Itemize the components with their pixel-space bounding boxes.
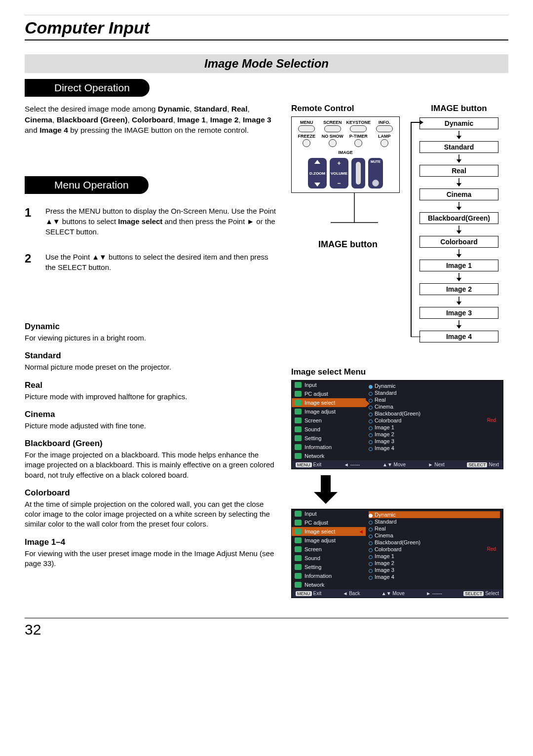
menu-left-item[interactable]: Image adjust (292, 536, 366, 545)
down-arrow-icon (415, 297, 503, 305)
menu-item-icon (295, 529, 302, 534)
mode-description: For the image projected on a blackboard.… (25, 450, 279, 480)
menu-item-icon (295, 555, 302, 561)
menu-left-item[interactable]: Network (292, 580, 366, 589)
image-button[interactable] (351, 158, 365, 189)
menu-left-item-label: Image select (305, 400, 335, 406)
menu-right-item[interactable]: Image 1 (369, 553, 500, 560)
menu-left-item[interactable]: Image adjust (292, 407, 366, 416)
page-title: Computer Input (25, 15, 508, 40)
menu-left-item-label: Image adjust (305, 537, 336, 543)
volume-rocker: + VOLUME – (330, 158, 348, 189)
svg-marker-15 (457, 278, 461, 281)
svg-marker-19 (457, 325, 461, 329)
image-chain-item: Image 3 (419, 307, 498, 319)
menu-left-item[interactable]: PC adjust (292, 389, 366, 398)
remote-button[interactable] (354, 139, 362, 147)
menu-left-item-label: Information (305, 573, 332, 579)
step: 2Use the Point ▲▼ buttons to select the … (25, 252, 279, 272)
mode-description: For viewing pictures in a bright room. (25, 333, 279, 343)
svg-marker-20 (314, 475, 338, 504)
menu-left-item-label: Sound (305, 555, 320, 561)
remote-button-label: FREEZE (294, 134, 320, 139)
step-text: Use the Point ▲▼ buttons to select the d… (45, 252, 279, 272)
mode-title: Real (25, 380, 279, 390)
menu-right-item[interactable]: Standard (369, 389, 500, 396)
menu-left-item-label: Screen (305, 546, 322, 552)
down-arrow-icon (415, 273, 503, 282)
menu-left-item[interactable]: Information (292, 571, 366, 580)
menu-right-item[interactable]: Image 4 (369, 445, 500, 452)
menu-left-item[interactable]: Setting (292, 563, 366, 571)
menu-right-item[interactable]: Blackboard(Green) (369, 410, 500, 417)
menu-left-item-label: Image select (305, 529, 335, 534)
remote-button[interactable] (303, 139, 310, 147)
menu-left-item[interactable]: Image select (292, 398, 366, 407)
menu-right-item[interactable]: ColorboardRed (369, 417, 500, 424)
image-chain-item: Dynamic (419, 117, 498, 129)
image-chain-item: Standard (419, 141, 498, 153)
menu-right-item[interactable]: ColorboardRed (369, 546, 500, 553)
image-select-menu-screenshot-1: InputPC adjustImage selectImage adjustSc… (291, 380, 503, 469)
step: 1Press the MENU button to display the On… (25, 206, 279, 237)
menu-operation-steps: 1Press the MENU button to display the On… (25, 206, 279, 272)
mode-block: ColorboardAt the time of simple projecti… (25, 488, 279, 529)
image-select-menu-screenshot-2: InputPC adjustImage select◄Image adjustS… (291, 509, 503, 598)
dzoom-label: D.ZOOM (309, 171, 325, 176)
mode-block: DynamicFor viewing pictures in a bright … (25, 322, 279, 343)
menu-left-item-label: Screen (305, 417, 322, 423)
menu-right-item[interactable]: Image 3 (369, 567, 500, 573)
menu-right-item[interactable]: Image 2 (369, 431, 500, 438)
menu-right-item[interactable]: Image 3 (369, 438, 500, 445)
remote-button[interactable] (298, 125, 315, 132)
menu-right-item[interactable]: Image 2 (369, 560, 500, 567)
menu-item-icon (295, 537, 302, 543)
down-arrow-icon (415, 178, 503, 187)
menu-item-icon (295, 382, 302, 388)
svg-marker-9 (457, 207, 461, 210)
mode-block: Image 1–4For viewing with the user prese… (25, 537, 279, 569)
menu-left-item[interactable]: Input (292, 509, 366, 518)
remote-button[interactable] (376, 125, 393, 132)
menu-item-icon (295, 582, 302, 588)
menu-left-item-label: Sound (305, 426, 320, 432)
menu-right-item[interactable]: Real (369, 525, 500, 532)
menu-right-item[interactable]: Dynamic (369, 382, 500, 389)
menu-item-icon (295, 409, 302, 415)
menu-left-item[interactable]: Image select◄ (292, 527, 366, 536)
image-chain-item: Image 4 (419, 331, 498, 342)
remote-button[interactable] (350, 125, 367, 132)
image-button-chain-title: IMAGE button (415, 104, 503, 113)
menu-right-item[interactable]: Dynamic (369, 511, 500, 518)
menu-right-item[interactable]: Standard (369, 518, 500, 525)
menu-right-item[interactable]: Image 1 (369, 424, 500, 431)
menu-right-item[interactable]: Real (369, 396, 500, 403)
menu-left-item[interactable]: Information (292, 443, 366, 452)
menu-left-item[interactable]: Sound (292, 554, 366, 563)
mode-title: Cinema (25, 410, 279, 419)
menu-left-item[interactable]: Screen (292, 416, 366, 425)
svg-marker-11 (457, 230, 461, 234)
menu-left-item[interactable]: Input (292, 380, 366, 389)
menu-right-item[interactable]: Blackboard(Green) (369, 539, 500, 546)
menu-left-item[interactable]: Setting (292, 434, 366, 443)
menu-left-item[interactable]: Screen (292, 545, 366, 554)
remote-button[interactable] (329, 139, 337, 147)
menu-right-item[interactable]: Cinema (369, 403, 500, 410)
menu-right-item[interactable]: Image 4 (369, 573, 500, 580)
remote-button[interactable] (324, 125, 341, 132)
mode-block: CinemaPicture mode adjusted with fine to… (25, 410, 279, 431)
image-select-menu-title: Image select Menu (291, 367, 508, 377)
menu-right-item[interactable]: Cinema (369, 532, 500, 539)
direct-operation-paragraph: Select the desired image mode among Dyna… (25, 104, 279, 136)
menu-left-item[interactable]: Sound (292, 425, 366, 434)
menu-left-item[interactable]: Network (292, 452, 366, 460)
remote-button-label: KEYSTONE (345, 120, 372, 125)
remote-button-label: LAMP (372, 134, 398, 139)
menu-item-icon (295, 520, 302, 526)
menu-left-item-label: Input (305, 382, 316, 388)
menu-left-item[interactable]: PC adjust (292, 518, 366, 527)
remote-button[interactable] (381, 139, 388, 147)
menu-left-item-label: Information (305, 444, 332, 450)
mode-title: Dynamic (25, 322, 279, 332)
